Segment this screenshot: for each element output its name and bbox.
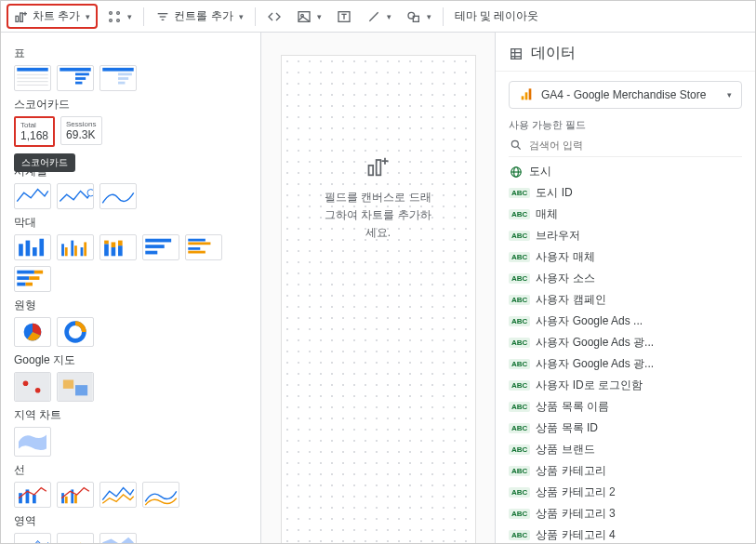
field-item[interactable]: ABC사용자 캠페인 — [509, 289, 742, 311]
line-thumb[interactable] — [99, 482, 137, 508]
scorecard-thumb[interactable]: Total 1,168 — [14, 116, 55, 147]
area-thumb[interactable] — [14, 533, 51, 544]
field-item[interactable]: ABC사용자 Google Ads 광... — [509, 332, 742, 353]
field-item[interactable]: ABC도시 ID — [509, 182, 742, 204]
bar-thumb[interactable] — [14, 234, 51, 260]
svg-rect-90 — [376, 160, 380, 175]
field-item[interactable]: ABC상품 카테고리 4 — [509, 524, 742, 544]
add-control-button[interactable]: 컨트롤 추가 — [150, 5, 248, 28]
svg-rect-45 — [112, 247, 116, 256]
abc-chip: ABC — [509, 487, 530, 498]
text-button[interactable] — [331, 6, 357, 28]
svg-point-4 — [110, 11, 113, 14]
ga-icon — [519, 87, 534, 102]
svg-rect-76 — [74, 495, 77, 503]
abc-chip: ABC — [509, 252, 530, 262]
line-button[interactable] — [361, 6, 397, 28]
bar-thumb[interactable] — [14, 266, 51, 292]
svg-rect-50 — [145, 245, 164, 248]
field-item[interactable]: ABC상품 브랜드 — [509, 439, 742, 460]
table-thumb[interactable] — [99, 65, 137, 91]
svg-rect-35 — [33, 247, 37, 256]
abc-chip: ABC — [509, 338, 530, 348]
line-thumb[interactable] — [142, 482, 179, 508]
table-thumb[interactable] — [57, 65, 94, 91]
globe-icon — [509, 165, 524, 179]
community-viz-button[interactable] — [101, 6, 138, 28]
time-thumb[interactable] — [14, 183, 51, 209]
svg-rect-54 — [188, 247, 200, 250]
abc-chip: ABC — [509, 231, 530, 241]
time-thumb[interactable] — [99, 183, 137, 209]
field-item[interactable]: ABC매체 — [509, 204, 742, 225]
bar-thumb[interactable] — [57, 234, 94, 260]
data-source-select[interactable]: GA4 - Google Merchandise Store — [509, 81, 742, 109]
area-thumb[interactable] — [99, 533, 137, 544]
svg-rect-40 — [74, 245, 77, 256]
bar-thumb[interactable] — [185, 234, 222, 260]
gmap-thumb[interactable] — [57, 372, 94, 402]
filter-icon — [155, 9, 170, 24]
field-item[interactable]: ABC브라우저 — [509, 225, 742, 246]
field-item[interactable]: ABC사용자 Google Ads 광... — [509, 353, 742, 375]
geo-thumb[interactable] — [14, 427, 51, 457]
field-item[interactable]: ABC상품 목록 ID — [509, 418, 742, 439]
field-item[interactable]: ABC상품 카테고리 — [509, 460, 742, 482]
svg-rect-89 — [368, 166, 373, 176]
shape-button[interactable] — [401, 6, 437, 28]
image-icon — [297, 9, 312, 24]
field-item[interactable]: ABC사용자 소스 — [509, 268, 742, 289]
abc-chip: ABC — [509, 380, 530, 391]
field-item[interactable]: ABC상품 카테고리 3 — [509, 503, 742, 524]
svg-rect-34 — [26, 241, 31, 257]
canvas[interactable] — [281, 55, 476, 544]
data-icon — [509, 46, 524, 61]
bar-thumb[interactable] — [142, 234, 179, 260]
field-search[interactable] — [509, 138, 742, 157]
time-thumb[interactable] — [57, 183, 94, 209]
separator — [443, 7, 444, 26]
svg-rect-60 — [17, 283, 25, 286]
svg-point-7 — [117, 19, 120, 21]
embed-button[interactable] — [261, 6, 287, 28]
section-table: 표 — [14, 46, 251, 61]
section-line: 선 — [14, 462, 251, 478]
gmap-thumb[interactable] — [14, 372, 51, 402]
svg-rect-41 — [81, 247, 84, 256]
pie-thumb[interactable] — [14, 317, 51, 347]
svg-rect-74 — [65, 497, 68, 503]
area-thumb[interactable] — [57, 533, 94, 544]
field-item[interactable]: ABC사용자 ID로 로그인함 — [509, 375, 742, 396]
svg-rect-49 — [145, 239, 171, 243]
svg-rect-98 — [525, 92, 528, 100]
field-item[interactable]: ABC사용자 매체 — [509, 246, 742, 268]
separator — [143, 7, 144, 26]
field-item[interactable]: ABC상품 카테고리 2 — [509, 482, 742, 503]
section-pie: 원형 — [14, 298, 251, 313]
scorecard-thumb[interactable]: Sessions 69.3K — [60, 116, 101, 145]
table-thumb[interactable] — [14, 65, 51, 91]
code-icon — [267, 9, 282, 24]
line-thumb[interactable] — [14, 482, 51, 508]
line-thumb[interactable] — [57, 482, 94, 508]
search-input[interactable] — [529, 139, 742, 151]
donut-thumb[interactable] — [57, 317, 94, 347]
abc-chip: ABC — [509, 423, 530, 433]
svg-rect-59 — [29, 276, 39, 280]
image-button[interactable] — [291, 6, 327, 28]
scorecard-tooltip: 스코어카드 — [14, 153, 75, 172]
svg-point-32 — [87, 190, 93, 196]
field-item[interactable]: ABC사용자 Google Ads ... — [509, 311, 742, 332]
bar-thumb[interactable] — [99, 234, 137, 260]
section-area: 영역 — [14, 513, 251, 529]
data-title: 데이터 — [531, 44, 576, 63]
separator — [255, 7, 256, 26]
theme-button[interactable]: 테마 및 레이아웃 — [449, 5, 545, 28]
svg-rect-72 — [33, 495, 36, 503]
svg-rect-53 — [188, 242, 210, 245]
svg-point-6 — [110, 19, 113, 21]
field-item[interactable]: 도시 — [509, 161, 742, 182]
line-icon — [366, 9, 381, 24]
add-chart-button[interactable]: 차트 추가 — [7, 4, 98, 29]
field-item[interactable]: ABC상품 목록 이름 — [509, 396, 742, 418]
